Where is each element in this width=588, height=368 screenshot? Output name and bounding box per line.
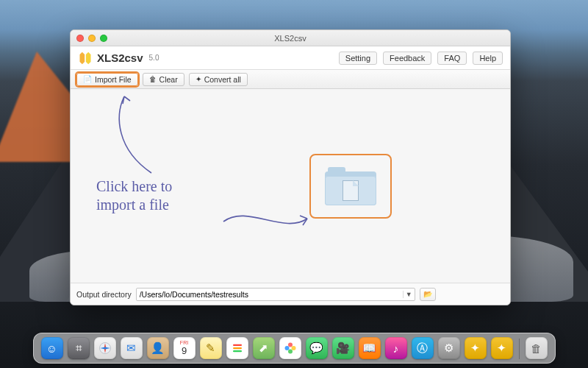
app-name: XLS2csv (97, 52, 143, 64)
clear-button[interactable]: 🗑 Clear (143, 73, 184, 86)
app-header: XLS2csv 5.0 Setting Feedback FAQ Help (71, 46, 510, 70)
convert-icon: ✦ (196, 75, 201, 83)
dock-launchpad[interactable]: ⌗ (68, 337, 90, 359)
import-icon: 📄 (83, 75, 92, 83)
close-icon[interactable] (76, 35, 84, 42)
svg-point-4 (288, 343, 293, 347)
dock-photos[interactable] (279, 337, 301, 359)
app-logo-icon (78, 51, 93, 66)
dock-trash[interactable]: 🗑 (526, 337, 548, 359)
trash-icon: 🗑 (149, 75, 157, 83)
import-file-button[interactable]: 📄 Import File (76, 73, 138, 86)
dock-safari[interactable] (94, 337, 116, 359)
svg-point-7 (284, 346, 289, 350)
dock-app-xls2csv-alt[interactable]: ✦ (491, 337, 513, 359)
folder-icon (325, 167, 376, 205)
dock-container: ☺ ⌗ ✉ 👤 FRI 9 ✎ ⬈ 💬 🎥 📖 ♪ Ⓐ ⚙ (0, 333, 588, 364)
dock-reminders[interactable] (226, 337, 248, 359)
dock-itunes[interactable]: ♪ (385, 337, 407, 359)
setting-button[interactable]: Setting (339, 52, 377, 65)
chevron-down-icon[interactable]: ▼ (403, 291, 415, 298)
convert-all-label: Convert all (204, 75, 241, 84)
fullscreen-icon[interactable] (100, 35, 107, 42)
footer: Output directory ▼ 📂 (71, 283, 510, 305)
svg-rect-3 (233, 350, 242, 352)
hint-line2: import a file (96, 196, 172, 214)
dock-maps[interactable]: ⬈ (253, 337, 275, 359)
dock-appstore[interactable]: Ⓐ (412, 337, 434, 359)
svg-rect-1 (233, 344, 242, 346)
dock-mail[interactable]: ✉ (121, 337, 143, 359)
hint-annotation: Click here to import a file (96, 177, 172, 214)
dock-messages[interactable]: 💬 (306, 337, 328, 359)
titlebar[interactable]: XLS2csv (71, 30, 510, 46)
annotation-arrow-icon (218, 205, 313, 235)
svg-rect-2 (233, 347, 242, 349)
output-directory-combo[interactable]: ▼ (136, 288, 415, 301)
output-directory-label: Output directory (76, 290, 132, 299)
app-window: XLS2csv XLS2csv 5.0 Setting Feedback FAQ… (70, 29, 511, 305)
dock-ibooks[interactable]: 📖 (359, 337, 381, 359)
faq-button[interactable]: FAQ (437, 52, 467, 65)
output-directory-input[interactable] (137, 290, 403, 299)
calendar-month-label: FRI (180, 340, 188, 345)
browse-folder-button[interactable]: 📂 (420, 288, 436, 301)
dock: ☺ ⌗ ✉ 👤 FRI 9 ✎ ⬈ 💬 🎥 📖 ♪ Ⓐ ⚙ (33, 333, 556, 364)
calendar-day-label: 9 (182, 345, 187, 356)
convert-all-button[interactable]: ✦ Convert all (189, 73, 248, 86)
dock-separator (519, 339, 520, 359)
content-area: Click here to import a file (71, 89, 510, 283)
window-title: XLS2csv (71, 34, 510, 43)
drop-zone[interactable] (309, 154, 392, 219)
clear-label: Clear (159, 75, 178, 84)
toolbar: 📄 Import File 🗑 Clear ✦ Convert all (71, 70, 510, 89)
dock-facetime[interactable]: 🎥 (332, 337, 354, 359)
window-controls (71, 35, 107, 42)
macos-desktop: XLS2csv XLS2csv 5.0 Setting Feedback FAQ… (0, 0, 588, 368)
hint-line1: Click here to (96, 177, 172, 196)
app-version: 5.0 (149, 54, 159, 62)
dock-notes[interactable]: ✎ (200, 337, 222, 359)
feedback-button[interactable]: Feedback (383, 52, 431, 65)
import-file-label: Import File (95, 75, 132, 84)
minimize-icon[interactable] (88, 35, 96, 42)
folder-open-icon: 📂 (423, 290, 432, 298)
svg-point-6 (288, 350, 293, 354)
dock-finder[interactable]: ☺ (41, 337, 63, 359)
annotation-arrow-icon (111, 91, 177, 177)
dock-app-xls2csv[interactable]: ✦ (465, 337, 487, 359)
dock-preferences[interactable]: ⚙ (438, 337, 460, 359)
app-logo: XLS2csv 5.0 (78, 51, 159, 66)
svg-point-5 (291, 346, 295, 350)
dock-contacts[interactable]: 👤 (147, 337, 169, 359)
help-button[interactable]: Help (473, 52, 503, 65)
dock-calendar[interactable]: FRI 9 (173, 337, 196, 359)
